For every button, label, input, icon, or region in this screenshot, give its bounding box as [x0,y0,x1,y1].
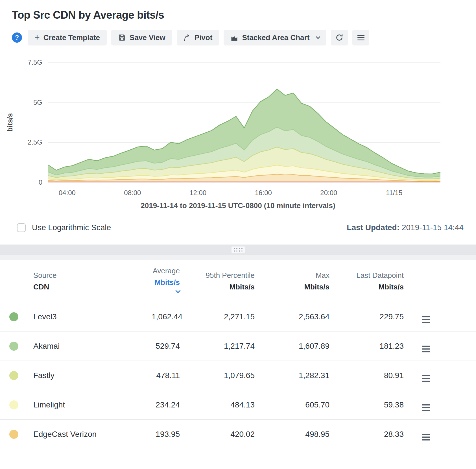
last-updated: Last Updated:2019-11-15 14:44 [347,223,464,232]
menu-icon [357,35,364,40]
col-last-datapoint[interactable]: Last Datapoint Mbits/s [329,271,404,291]
x-tick-label: 08:00 [124,189,141,197]
table-header-row: Source CDN Average Mbits/s 95th Percenti… [0,260,476,302]
stacked-area-chart: 02.5G5G7.5Gbits/s04:0008:0012:0016:0020:… [0,56,476,200]
x-tick-label: 12:00 [189,189,206,197]
series-color-dot [9,342,18,351]
max-value: 498.95 [255,430,329,439]
save-view-button[interactable]: Save View [111,30,172,45]
log-scale-checkbox[interactable] [17,223,26,232]
col-95th-percentile[interactable]: 95th Percentile Mbits/s [180,271,255,291]
toolbar: ? + Create Template Save View Pivot Stac… [12,30,476,45]
x-tick-label: 20:00 [320,189,337,197]
chart-controls: Use Logarithmic Scale Last Updated:2019-… [17,223,464,232]
table-row: EdgeCast Verizon 193.95 420.02 498.95 28… [0,420,476,449]
x-tick-label: 04:00 [59,189,76,197]
row-menu-icon[interactable] [422,404,430,411]
page-title: Top Src CDN by Average bits/s [12,9,476,21]
refresh-button[interactable] [331,30,348,45]
chevron-down-icon [316,34,320,39]
average-value: 193.95 [152,430,180,439]
y-tick-label: 7.5G [28,58,42,66]
cdn-name: Fastly [33,371,152,380]
chart-type-selector[interactable]: Stacked Area Chart [224,30,326,45]
p95-value: 2,271.15 [180,312,255,321]
x-tick-label: 11/15 [386,189,402,197]
last-updated-value: 2019-11-15 14:44 [402,223,464,232]
y-tick-label: 0 [39,178,42,186]
table-row: Level3 1,062.44 2,271.15 2,563.64 229.75 [0,302,476,331]
y-tick-label: 5G [33,99,42,106]
cdn-name: Level3 [33,312,152,321]
table-body: Level3 1,062.44 2,271.15 2,563.64 229.75… [0,302,476,449]
max-value: 1,282.31 [255,371,329,380]
series-color-dot [9,400,18,409]
cdn-table: Source CDN Average Mbits/s 95th Percenti… [0,260,476,449]
table-row: Akamai 529.74 1,217.74 1,607.89 181.23 [0,331,476,361]
create-template-button[interactable]: + Create Template [28,30,107,45]
cdn-name: Limelight [33,400,152,409]
col-max[interactable]: Max Mbits/s [255,271,329,291]
panel-menu-button[interactable] [352,30,369,45]
row-menu-icon[interactable] [422,375,430,382]
row-menu-icon[interactable] [422,346,430,352]
average-value: 1,062.44 [152,312,180,321]
p95-value: 484.13 [180,400,255,409]
last-datapoint-value: 80.91 [329,371,404,380]
help-icon: ? [15,34,19,42]
dashboard-panel: Top Src CDN by Average bits/s ? + Create… [0,0,476,469]
area-chart-icon [230,34,238,42]
last-datapoint-value: 28.33 [329,430,404,439]
average-value: 478.11 [152,371,180,380]
series-color-dot [9,312,18,321]
row-menu-icon[interactable] [422,434,430,440]
cdn-name: Akamai [33,342,152,351]
max-value: 2,563.64 [255,312,329,321]
col-average[interactable]: Average Mbits/s [152,267,180,296]
log-scale-label: Use Logarithmic Scale [32,223,111,232]
pivot-icon [184,34,191,41]
y-tick-label: 2.5G [28,138,42,146]
refresh-icon [335,33,344,42]
p95-value: 1,079.65 [180,371,255,380]
last-updated-label: Last Updated: [347,223,399,232]
col-source: Source CDN [33,271,152,291]
y-axis-title: bits/s [6,113,14,132]
table-row: Limelight 234.24 484.13 605.70 59.38 [0,390,476,420]
panel-resize-handle[interactable] [232,247,245,253]
series-color-dot [9,430,18,439]
save-icon [118,34,126,42]
x-tick-label: 16:00 [255,189,272,197]
max-value: 605.70 [255,400,329,409]
plus-icon: + [34,33,40,42]
max-value: 1,607.89 [255,342,329,351]
last-datapoint-value: 229.75 [329,312,404,321]
panel-divider-strip [0,255,476,260]
p95-value: 420.02 [180,430,255,439]
panel-divider [0,245,476,255]
pivot-button[interactable]: Pivot [177,30,219,45]
table-row: Fastly 478.11 1,079.65 1,282.31 80.91 [0,361,476,390]
average-value: 234.24 [152,400,180,409]
series-color-dot [9,371,18,380]
row-menu-icon[interactable] [422,316,430,323]
p95-value: 1,217.74 [180,342,255,351]
help-button[interactable]: ? [12,32,22,43]
average-value: 529.74 [152,342,180,351]
cdn-name: EdgeCast Verizon [33,430,152,439]
last-datapoint-value: 59.38 [329,400,404,409]
x-axis-caption: 2019-11-14 to 2019-11-15 UTC-0800 (10 mi… [0,201,476,210]
last-datapoint-value: 181.23 [329,342,404,351]
